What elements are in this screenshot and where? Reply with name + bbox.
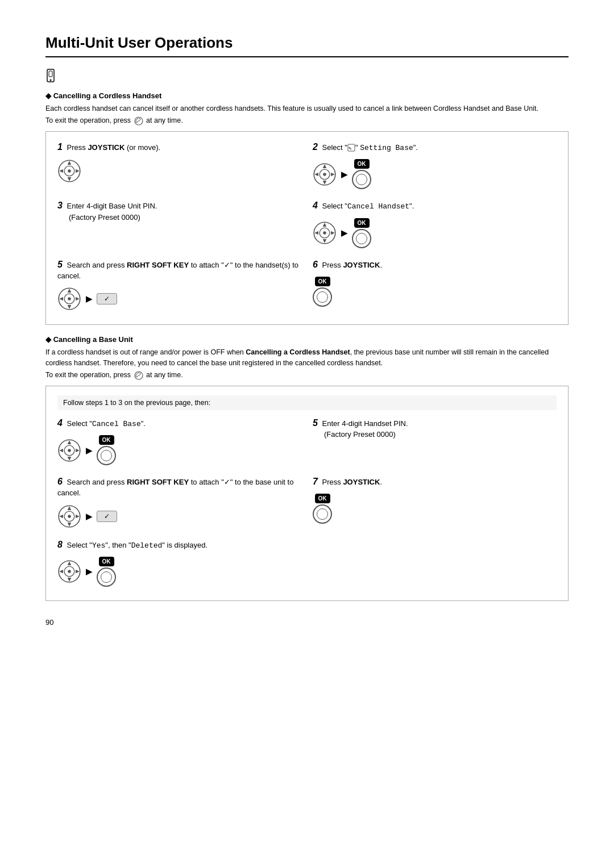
section1-press-note: To exit the operation, press at any time…: [45, 116, 569, 126]
ok-badge-2: OK: [354, 159, 370, 169]
section1-steps-grid: 1 Press JOYSTICK (or move). 2 Select "✎"…: [57, 141, 557, 315]
step-3: 3 Enter 4-digit Base Unit PIN.(Factory P…: [57, 199, 301, 248]
ok-circle-s2-7: [313, 504, 332, 524]
page-number: 90: [45, 618, 569, 627]
ok-circle-2: [352, 170, 371, 189]
joystick-icon-2: [313, 162, 337, 186]
section1-body1: Each cordless handset can cancel itself …: [45, 103, 569, 114]
section2-press-note: To exit the operation, press at any time…: [45, 371, 569, 380]
step-1: 1 Press JOYSTICK (or move).: [57, 141, 301, 189]
s2-step-8: 8 Select "Yes", then "Deleted" is displa…: [57, 539, 557, 587]
ok-badge-6: OK: [315, 277, 330, 286]
ok-circle-s2-4: [97, 446, 116, 465]
ok-badge-s2-4: OK: [99, 435, 114, 445]
joystick-icon-4: [313, 221, 337, 245]
step-4: 4 Select "Cancel Handset". ▶ OK: [313, 199, 557, 248]
section1-steps-box: 1 Press JOYSTICK (or move). 2 Select "✎"…: [45, 131, 569, 325]
s2-step-6: 6 Search and press RIGHT SOFT KEY to att…: [57, 475, 301, 528]
section2-steps-box: Follow steps 1 to 3 on the previous page…: [45, 386, 569, 601]
svg-rect-8: [49, 71, 52, 77]
handset-icon: [45, 69, 569, 89]
svg-point-9: [50, 80, 52, 81]
section-cancelling-base: Cancelling a Base Unit If a cordless han…: [45, 335, 569, 601]
joystick-icon-s2-8: [57, 560, 81, 583]
step-6: 6 Press JOYSTICK. OK: [313, 258, 557, 311]
step-2: 2 Select "✎" Setting Base". ▶ OK: [313, 141, 557, 189]
s2-step-7: 7 Press JOYSTICK. OK: [313, 475, 557, 528]
ok-badge-4: OK: [354, 218, 370, 228]
section2-title: Cancelling a Base Unit: [45, 335, 569, 344]
checkmark-btn-s2-6: ✓: [97, 511, 117, 522]
joystick-icon-s2-4: [57, 439, 81, 462]
ok-circle-4: [352, 229, 371, 248]
ok-circle-s2-8: [97, 567, 116, 587]
section-cancelling-handset: Cancelling a Cordless Handset Each cordl…: [45, 91, 569, 325]
ok-circle-6: [313, 287, 332, 307]
section2-body1: If a cordless handset is out of range an…: [45, 347, 569, 369]
follow-steps-note: Follow steps 1 to 3 on the previous page…: [57, 395, 557, 410]
joystick-icon-1: [57, 159, 81, 183]
ok-badge-s2-8: OK: [99, 557, 114, 566]
page-title: Multi-Unit User Operations: [45, 34, 569, 57]
s2-step-5: 5 Enter 4-digit Handset PIN.(Factory Pre…: [313, 417, 557, 465]
checkmark-btn-5: ✓: [97, 293, 117, 304]
joystick-icon-s2-6: [57, 504, 81, 528]
s2-step-4: 4 Select "Cancel Base". ▶ OK: [57, 417, 301, 465]
joystick-icon-5: [57, 287, 81, 311]
step-5: 5 Search and press RIGHT SOFT KEY to att…: [57, 258, 301, 311]
ok-badge-s2-7: OK: [315, 494, 330, 503]
svg-text:✎: ✎: [349, 145, 352, 151]
section2-steps-grid: 4 Select "Cancel Base". ▶ OK: [57, 417, 557, 591]
section1-title: Cancelling a Cordless Handset: [45, 91, 569, 100]
